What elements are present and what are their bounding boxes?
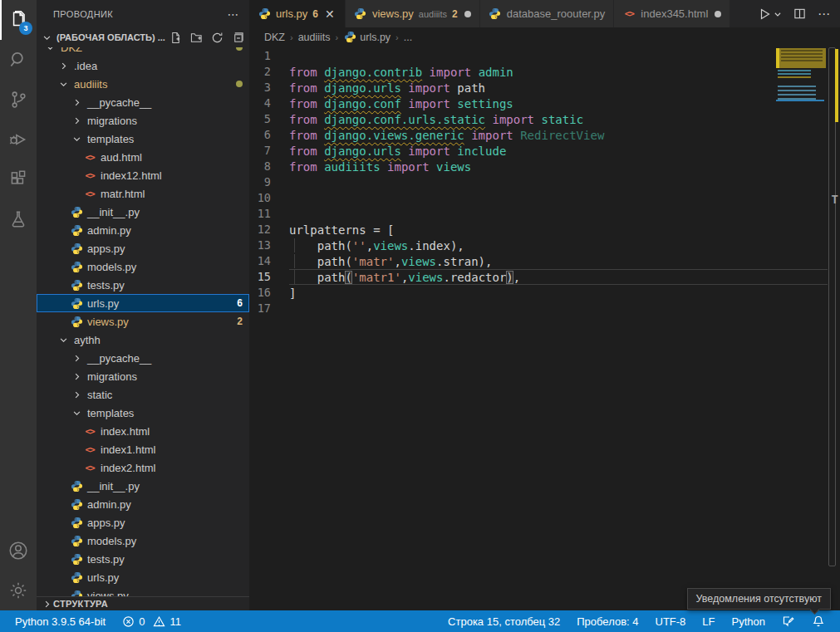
collapse-all-icon[interactable] xyxy=(232,32,244,44)
tree-item-models.py[interactable]: models.py xyxy=(37,257,249,276)
notifications-bell-button[interactable] xyxy=(805,610,832,632)
problems-status[interactable]: 0 11 xyxy=(115,610,188,632)
activity-testing-button[interactable] xyxy=(0,199,37,239)
code-line-8[interactable]: 8from audiiits import views xyxy=(249,159,828,174)
run-button[interactable] xyxy=(758,7,782,21)
indentation-label: Пробелов: 4 xyxy=(577,615,638,628)
outline-section-header[interactable]: СТРУКТУРА xyxy=(37,596,249,610)
activity-explorer-button[interactable]: 3 xyxy=(0,0,37,40)
code-line-13[interactable]: 13 path('',views.index), xyxy=(249,238,828,253)
tree-item-audiiits[interactable]: audiiits xyxy=(37,75,249,93)
tree-item-urls.py[interactable]: urls.py xyxy=(37,568,249,586)
close-icon[interactable]: ✕ xyxy=(323,7,336,21)
breadcrumb-item-audiiits[interactable]: audiiits xyxy=(298,32,331,43)
tree-item-static[interactable]: static xyxy=(37,385,249,404)
eol-status[interactable]: LF xyxy=(695,610,721,632)
activity-search-button[interactable] xyxy=(0,40,37,80)
split-editor-icon[interactable] xyxy=(793,7,806,20)
language-mode-status[interactable]: Python xyxy=(725,610,772,632)
tree-item-templates[interactable]: templates xyxy=(37,130,249,148)
tree-item-apps.py[interactable]: apps.py xyxy=(37,513,249,532)
code-line-12[interactable]: 12urlpatterns = [ xyxy=(249,222,828,238)
new-file-icon[interactable] xyxy=(169,32,182,44)
tree-item-aythh[interactable]: aythh xyxy=(37,331,249,349)
tree-item-admin.py[interactable]: admin.py xyxy=(37,221,249,239)
tree-item-migrations[interactable]: migrations xyxy=(37,367,249,385)
tree-item-templates[interactable]: templates xyxy=(37,404,249,422)
activity-account-button[interactable] xyxy=(0,531,37,571)
tree-item-__init__.py[interactable]: __init__.py xyxy=(37,477,249,495)
code-line-10[interactable]: 10 xyxy=(249,190,828,206)
sidebar-more-actions-icon[interactable]: ⋯ xyxy=(228,7,239,21)
tree-item-__pycache__[interactable]: __pycache__ xyxy=(37,93,249,111)
tree-item-index12.html[interactable]: <>index12.html xyxy=(37,166,249,184)
scrollbar-slider[interactable] xyxy=(828,47,836,566)
code-line-9[interactable]: 9 xyxy=(249,174,828,190)
activity-extensions-button[interactable] xyxy=(0,159,37,199)
code-line-7[interactable]: 7from django.urls import include xyxy=(249,143,828,159)
workspace-section-header[interactable]: (РАБОЧАЯ ОБЛАСТЬ) ... xyxy=(37,27,249,47)
token: from xyxy=(289,97,324,110)
code-editor[interactable]: 12from django.contrib import admin3from … xyxy=(249,47,840,610)
tab-urls.py[interactable]: urls.py6✕ xyxy=(249,0,346,27)
breadcrumb-item-...[interactable]: ... xyxy=(404,32,412,43)
chevron-down-icon xyxy=(56,77,70,91)
tab-index345.html[interactable]: <>index345.html xyxy=(614,0,730,27)
breadcrumb-item-DKZ[interactable]: DKZ xyxy=(264,32,285,43)
encoding-status[interactable]: UTF-8 xyxy=(649,610,693,632)
code-line-1[interactable]: 1 xyxy=(249,48,828,64)
refresh-icon[interactable] xyxy=(211,32,224,44)
tree-item-tests.py[interactable]: tests.py xyxy=(37,550,249,568)
indentation-status[interactable]: Пробелов: 4 xyxy=(570,610,645,632)
modified-dot-icon[interactable] xyxy=(464,11,471,17)
tree-item-label: DKZ xyxy=(61,47,82,54)
tree-item-__init__.py[interactable]: __init__.py xyxy=(37,203,249,221)
tab-views.py[interactable]: views.pyaudiiits2 xyxy=(346,0,480,27)
tree-item-DKZ[interactable]: DKZ xyxy=(37,47,249,56)
tree-item-index2.html[interactable]: <>index2.html xyxy=(37,458,249,477)
modified-dot-icon[interactable] xyxy=(715,11,721,17)
tree-item-tests.py[interactable]: tests.py xyxy=(37,276,249,294)
code-line-5[interactable]: 5from django.conf.urls.static import sta… xyxy=(249,111,828,127)
activity-settings-button[interactable] xyxy=(0,571,37,610)
cursor-position-status[interactable]: Строка 15, столбец 32 xyxy=(441,610,567,632)
minimap[interactable] xyxy=(771,47,828,610)
code-line-11[interactable]: 11 xyxy=(249,206,828,222)
line-content: path('matr1',views.redactor), xyxy=(289,269,828,285)
activity-source-control-button[interactable] xyxy=(0,80,37,120)
tree-item-aud.html[interactable]: <>aud.html xyxy=(37,148,249,166)
tree-item-views.py[interactable]: views.py2 xyxy=(37,312,249,331)
code-line-4[interactable]: 4from django.conf import settings xyxy=(249,96,828,111)
code-line-2[interactable]: 2from django.contrib import admin xyxy=(249,64,828,80)
tree-item-index.html[interactable]: <>index.html xyxy=(37,422,249,440)
tree-item-admin.py[interactable]: admin.py xyxy=(37,495,249,513)
code-line-16[interactable]: 16] xyxy=(249,285,828,301)
code-line-14[interactable]: 14 path('matr',views.stran), xyxy=(249,253,828,269)
tree-item-label: aythh xyxy=(74,334,101,346)
line-number: 12 xyxy=(249,222,289,238)
breadcrumb-label: urls.py xyxy=(360,32,391,43)
tree-item-urls.py[interactable]: urls.py6 xyxy=(37,294,249,312)
token: from xyxy=(289,113,324,126)
breadcrumb-item-urls.py[interactable]: urls.py xyxy=(343,31,391,44)
tree-item-__pycache__[interactable]: __pycache__ xyxy=(37,349,249,367)
tree-item-.idea[interactable]: .idea xyxy=(37,56,249,75)
more-actions-icon[interactable]: ⋯ xyxy=(818,7,830,22)
activity-run-debug-button[interactable] xyxy=(0,120,37,159)
html-icon: <> xyxy=(83,169,96,182)
code-line-15[interactable]: 15 path('matr1',views.redactor), xyxy=(249,269,828,285)
tree-item-matr.html[interactable]: <>matr.html xyxy=(37,184,249,203)
new-folder-icon[interactable] xyxy=(190,32,203,44)
tree-item-apps.py[interactable]: apps.py xyxy=(37,239,249,257)
tree-item-views.py[interactable]: views.py xyxy=(37,586,249,596)
tree-item-index1.html[interactable]: <>index1.html xyxy=(37,440,249,458)
code-line-3[interactable]: 3from django.urls import path xyxy=(249,80,828,96)
python-interpreter-status[interactable]: Python 3.9.5 64-bit xyxy=(8,610,112,632)
token: import xyxy=(387,160,430,174)
tab-database_roouter.py[interactable]: database_roouter.py xyxy=(480,0,615,27)
code-line-17[interactable]: 17 xyxy=(249,301,828,316)
tree-item-migrations[interactable]: migrations xyxy=(37,111,249,130)
code-line-6[interactable]: 6from django.views.generic import Redire… xyxy=(249,127,828,143)
feedback-button[interactable] xyxy=(775,610,802,632)
tree-item-models.py[interactable]: models.py xyxy=(37,532,249,550)
